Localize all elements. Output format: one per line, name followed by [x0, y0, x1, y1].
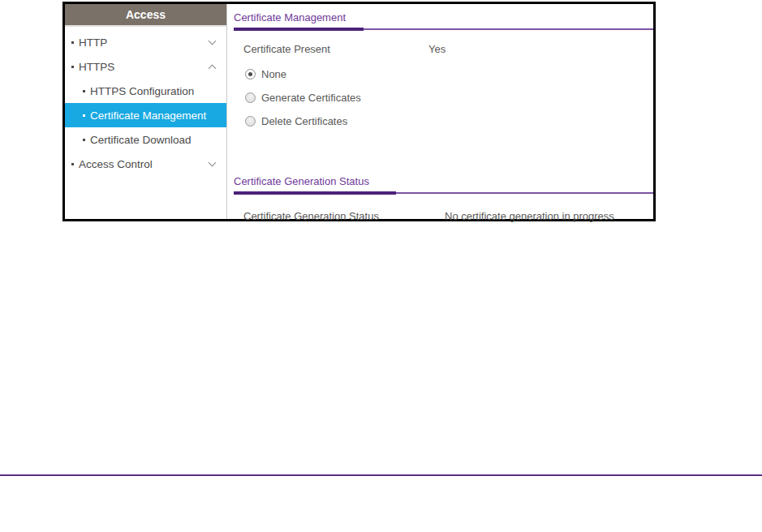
section-title: Certificate Generation Status — [234, 175, 369, 187]
sidebar-item-label: Certificate Download — [90, 134, 192, 146]
section-title: Certificate Management — [234, 11, 346, 24]
radio-option-delete-certificates[interactable]: Delete Certificates — [245, 109, 653, 133]
bullet-icon — [83, 139, 85, 141]
section-underline-thick — [234, 191, 396, 195]
sidebar-item-label: Access Control — [79, 158, 153, 170]
page-divider-rule — [0, 474, 762, 476]
sidebar-item-https-configuration[interactable]: HTTPS Configuration — [65, 79, 226, 103]
radio-unselected-icon[interactable] — [245, 116, 256, 127]
bullet-icon — [71, 41, 74, 44]
bullet-icon — [71, 163, 74, 165]
chevron-down-icon — [209, 159, 217, 167]
bullet-icon — [83, 114, 85, 117]
radio-option-none[interactable]: None — [245, 62, 653, 86]
radio-label[interactable]: Delete Certificates — [261, 115, 347, 127]
certificate-present-value: Yes — [428, 43, 446, 55]
chevron-up-icon — [209, 65, 217, 73]
radio-selected-icon[interactable] — [245, 69, 256, 79]
sidebar-item-label: Certificate Management — [90, 109, 206, 122]
section-underline-thick — [234, 28, 364, 31]
sidebar-item-label: HTTP — [79, 36, 107, 49]
bullet-icon — [83, 90, 85, 92]
sidebar-item-certificate-download[interactable]: Certificate Download — [65, 127, 226, 152]
section-header-certificate-management: Certificate Management — [232, 9, 653, 30]
section-header-certificate-generation-status: Certificate Generation Status — [232, 173, 653, 194]
certificate-present-label: Certificate Present — [243, 43, 428, 55]
content-panel: Access HTTP HTTPS HTTPS Configuration Ce… — [62, 2, 656, 221]
sidebar-item-label: HTTPS Configuration — [90, 85, 194, 97]
sidebar-header: Access — [65, 4, 226, 27]
radio-option-generate-certificates[interactable]: Generate Certificates — [245, 86, 653, 109]
certificate-generation-status-section: Certificate Generation Status Certificat… — [232, 173, 653, 222]
sidebar-nav: HTTP HTTPS HTTPS Configuration Certifica… — [65, 27, 226, 219]
chevron-down-icon — [209, 37, 217, 45]
certificate-generation-status-label: Certificate Generation Status — [243, 210, 445, 222]
radio-label[interactable]: None — [261, 68, 286, 80]
sidebar-item-access-control[interactable]: Access Control — [65, 152, 226, 176]
sidebar-item-http[interactable]: HTTP — [65, 30, 226, 54]
sidebar-item-label: HTTPS — [79, 61, 114, 73]
certificate-generation-status-row: Certificate Generation Status No certifi… — [243, 210, 653, 222]
bullet-icon — [71, 66, 74, 68]
radio-unselected-icon[interactable] — [245, 92, 256, 103]
main-content: Certificate Management Certificate Prese… — [227, 4, 653, 219]
radio-label[interactable]: Generate Certificates — [261, 92, 361, 104]
sidebar-item-certificate-management[interactable]: Certificate Management — [65, 103, 226, 127]
certificate-present-row: Certificate Present Yes — [243, 43, 653, 55]
certificate-action-radio-group: None Generate Certificates Delete Certif… — [245, 62, 653, 133]
sidebar: Access HTTP HTTPS HTTPS Configuration Ce… — [65, 4, 227, 219]
sidebar-item-https[interactable]: HTTPS — [65, 54, 226, 79]
certificate-generation-status-value: No certificate generation in progress — [445, 210, 614, 222]
